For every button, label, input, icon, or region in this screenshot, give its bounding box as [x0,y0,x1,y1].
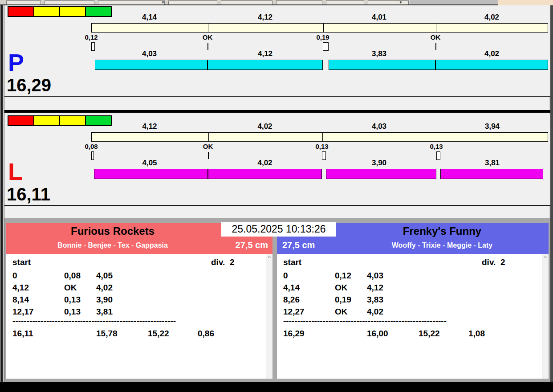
lane-bars: 4,144,124,014,020,12OK0,19OK4,034,123,83… [91,5,548,97]
table-cell: OK [335,283,348,293]
table-total-cell: 16,11 [12,329,33,339]
changeover-fault-box [436,151,440,160]
table-cell: 0,13 [64,295,81,305]
split-time-label: 4,02 [484,13,499,21]
run-bar-segment [94,169,208,179]
team-results-table[interactable]: ^ startdiv. 200,084,054,12OK4,028,140,13… [6,254,272,379]
table-cell: 0,12 [335,271,351,281]
run-bar-segment [435,60,548,70]
table-separator: ----------------------------------------… [12,316,176,326]
table-cell: 0,13 [64,307,81,317]
run-time-label: 3,90 [372,159,386,167]
run-bar-segment [326,169,436,179]
start-light [59,115,86,126]
table-cell: 8,14 [12,295,29,305]
reference-bar [91,23,548,33]
run-bar-segment [440,169,543,179]
team-dogs: Wooffy - Trixie - Meggie - Laty [336,241,549,249]
table-cell: 12,27 [283,307,305,317]
changeover-label: 0,08 [85,143,98,151]
toolbar-strip: ▼▼ [0,0,553,5]
changeover-fault-box [322,151,326,160]
window-border-right [550,5,553,382]
table-total-cell: 16,29 [283,329,305,339]
scroll-up-icon[interactable]: ^ [266,255,272,260]
team-dogs: Bonnie - Benjee - Tex - Gappasia [6,241,219,249]
lane-letter: P [8,50,24,75]
team-name: Frenky's Funny [336,225,549,237]
changeover-label: 0,19 [316,33,329,41]
table-separator: ----------------------------------------… [283,316,447,326]
split-time-label: 4,03 [372,122,386,131]
table-start-label: start [12,257,31,267]
start-light [8,115,34,126]
changeover-label: OK [431,33,441,41]
table-cell: 4,12 [12,283,29,293]
lane-divider [4,110,550,113]
team-results-table[interactable]: ^ startdiv. 200,124,034,14OK4,128,260,19… [277,254,549,379]
table-cell: 12,17 [12,307,34,317]
reference-bar-tick [208,24,208,32]
table-cell: 3,83 [367,295,383,305]
table-division-label: div. 2 [211,257,234,267]
changeover-fault-box [91,42,95,51]
timing-window: { "icons": { "scroll_up": "^", "dropdown… [0,0,553,392]
lane-panel-l: L 16,11 4,124,024,033,940,08OK0,130,134,… [4,114,550,206]
jump-height: 27,5 cm [236,240,268,250]
scrollbar[interactable]: ^ [542,254,549,379]
run-bar-segment [208,169,322,179]
split-time-label: 4,01 [372,13,386,21]
table-cell: 4,12 [367,283,383,293]
start-light [59,6,86,17]
split-time-label: 3,94 [485,122,500,131]
table-cell: 3,90 [96,295,113,305]
lane-total-time: 16,11 [7,185,50,204]
reference-bar-tick [323,24,324,32]
changeover-label: OK [203,33,213,41]
clock: 25.05.2025 10:13:26 [221,222,336,237]
lane-total-time: 16,29 [7,76,51,94]
table-total-cell: 15,22 [148,329,169,339]
reference-bar-tick [322,133,323,141]
table-total-cell: 1,08 [468,329,485,339]
table-cell: OK [64,283,77,293]
jump-height: 27,5 cm [282,240,315,250]
run-time-label: 3,81 [485,159,500,167]
toolbar-side-panel [498,0,553,5]
split-time-label: 4,02 [257,122,272,131]
lane-panel-p: P 16,29 4,144,124,014,020,12OK0,19OK4,03… [4,5,550,97]
table-total-cell: 0,86 [198,329,214,339]
bottom-bar [0,382,553,392]
lane-letter: L [8,159,23,184]
start-light [33,115,60,126]
reference-bar-tick [208,133,209,141]
reference-bar [91,132,548,142]
table-cell: 4,03 [367,271,383,281]
table-division-label: div. 2 [482,257,505,267]
changeover-ok-tick [208,152,209,159]
changeover-ok-tick [435,43,436,50]
scroll-up-icon[interactable]: ^ [542,255,549,260]
table-cell: 3,81 [96,307,113,317]
reference-bar-tick [436,24,436,32]
results-section: Furious Rockets Bonnie - Benjee - Tex - … [4,218,550,382]
changeover-label: OK [203,143,213,151]
changeover-ok-tick [207,43,208,50]
changeover-fault-box [91,151,94,160]
table-cell: OK [335,307,348,317]
scrollbar[interactable]: ^ [266,254,272,379]
split-time-label: 4,14 [142,13,157,21]
table-start-label: start [283,257,301,267]
start-light [33,6,60,17]
run-bar-segment [329,60,435,70]
split-time-label: 4,12 [258,13,272,21]
table-cell: 0 [283,271,288,281]
run-time-label: 4,05 [142,159,157,167]
reference-bar-tick [437,133,437,141]
run-time-label: 4,02 [257,159,272,167]
table-cell: 4,02 [367,307,383,317]
run-time-label: 4,02 [484,50,499,58]
changeover-label: 0,13 [315,143,328,151]
split-time-label: 4,12 [142,122,157,131]
table-cell: 8,26 [283,295,300,305]
